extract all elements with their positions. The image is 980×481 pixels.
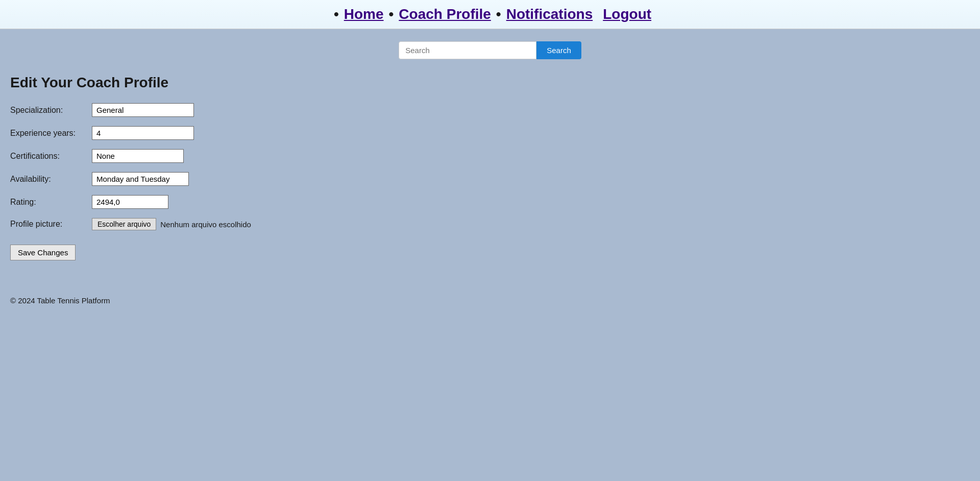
navbar: • Home • Coach Profile • Notifications L… [0,0,980,29]
form-group-profile-picture: Profile picture: Escolher arquivo Nenhum… [10,218,970,230]
bullet-3: • [496,6,501,22]
footer: © 2024 Table Tennis Platform [10,296,970,305]
certifications-input[interactable] [92,149,184,163]
form-group-availability: Availability: [10,172,970,186]
file-no-file-text: Nenhum arquivo escolhido [160,220,251,229]
nav-notifications[interactable]: Notifications [506,6,593,22]
specialization-input[interactable] [92,103,194,117]
page-title: Edit Your Coach Profile [10,75,970,91]
certifications-label: Certifications: [10,152,92,161]
profile-picture-label: Profile picture: [10,220,92,229]
nav-home[interactable]: Home [344,6,384,22]
search-button[interactable]: Search [536,41,581,59]
search-input[interactable] [399,41,536,59]
nav-coach-profile[interactable]: Coach Profile [399,6,491,22]
rating-input[interactable] [92,195,168,209]
availability-label: Availability: [10,175,92,184]
experience-input[interactable] [92,126,194,140]
form-group-certifications: Certifications: [10,149,970,163]
form-group-experience: Experience years: [10,126,970,140]
form-group-rating: Rating: [10,195,970,209]
file-choose-button[interactable]: Escolher arquivo [92,218,156,230]
bullet-1: • [334,6,339,22]
form-group-specialization: Specialization: [10,103,970,117]
nav-logout[interactable]: Logout [603,6,651,22]
specialization-label: Specialization: [10,106,92,115]
rating-label: Rating: [10,198,92,207]
main-content: Edit Your Coach Profile Specialization: … [0,75,980,325]
experience-label: Experience years: [10,129,92,138]
save-changes-button[interactable]: Save Changes [10,245,76,260]
search-bar: Search [0,41,980,59]
availability-input[interactable] [92,172,189,186]
bullet-2: • [389,6,394,22]
